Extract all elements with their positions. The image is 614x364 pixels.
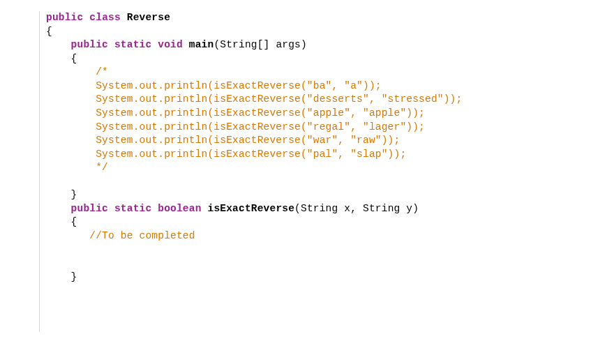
block-comment-open: /* xyxy=(96,66,108,77)
keyword-public: public xyxy=(71,203,108,214)
keyword-class: class xyxy=(89,12,121,23)
brace-close: } xyxy=(71,271,77,282)
commented-call-5: System.out.println(isExactReverse("war",… xyxy=(96,135,400,146)
keyword-public: public xyxy=(46,12,83,23)
keyword-void: void xyxy=(158,39,183,50)
block-comment-close: */ xyxy=(96,162,108,173)
brace-open: { xyxy=(71,53,77,64)
todo-comment: //To be completed xyxy=(89,230,195,241)
class-name: Reverse xyxy=(127,12,170,23)
commented-call-1: System.out.println(isExactReverse("ba", … xyxy=(96,80,381,91)
method-main: main xyxy=(189,39,214,50)
isrev-params: (String x, String y) xyxy=(294,203,419,214)
brace-open: { xyxy=(46,26,52,37)
brace-open: { xyxy=(71,216,77,227)
commented-call-4: System.out.println(isExactReverse("regal… xyxy=(96,121,425,132)
keyword-static: static xyxy=(114,203,151,214)
code-editor: public class Reverse { public static voi… xyxy=(46,11,462,284)
keyword-boolean: boolean xyxy=(158,203,201,214)
main-params: (String[] args) xyxy=(214,39,307,50)
commented-call-3: System.out.println(isExactReverse("apple… xyxy=(96,107,425,119)
commented-call-6: System.out.println(isExactReverse("pal",… xyxy=(96,149,406,160)
keyword-static: static xyxy=(114,39,151,50)
brace-close: } xyxy=(71,189,77,200)
keyword-public: public xyxy=(71,39,108,50)
editor-gutter-line xyxy=(39,11,40,332)
method-isexactreverse: isExactReverse xyxy=(207,203,294,214)
commented-call-2: System.out.println(isExactReverse("desse… xyxy=(96,93,462,105)
